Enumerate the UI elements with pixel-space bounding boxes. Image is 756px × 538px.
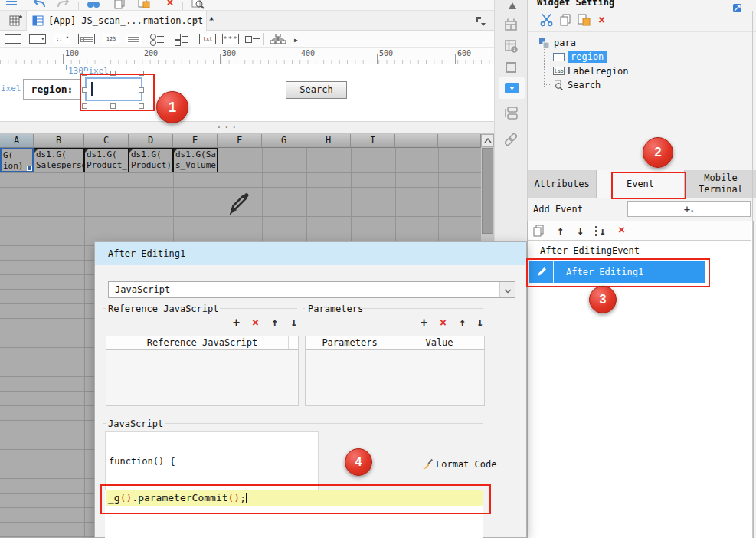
document-tab-bar: [App] JS_scan_...rmation.cpt * × [0, 11, 494, 31]
format-code-brush-icon[interactable] [421, 458, 434, 473]
cut-icon[interactable] [540, 13, 553, 30]
tree-node-search[interactable]: Search [568, 80, 601, 90]
cell-d1[interactable]: ds1.G(Product) [129, 148, 173, 172]
pane-splitter[interactable]: ··· [0, 121, 494, 134]
column-header-f[interactable]: F [218, 134, 262, 148]
tab-close-icon[interactable]: × [192, 15, 198, 25]
calendar-widget-icon[interactable] [78, 34, 95, 44]
cell-e1[interactable]: ds1.G(Sales_Volume) [173, 148, 218, 172]
move-down-icon[interactable]: ↓ [577, 225, 584, 237]
data-info-pane-icon[interactable] [503, 38, 519, 54]
pointer-tool-icon[interactable] [508, 0, 517, 12]
redo-icon[interactable] [55, 0, 70, 10]
event-language-select[interactable]: JavaScript [108, 281, 515, 298]
ruler-label: 200 [144, 50, 158, 57]
parameters-down-icon[interactable]: ↓ [476, 317, 483, 329]
ruler-label: 300 [222, 50, 236, 57]
cell-c1[interactable]: ds1.G(Product_ [84, 148, 129, 172]
combocheck-widget-icon[interactable]: ::▾ [54, 34, 70, 44]
undo-icon[interactable] [32, 0, 47, 10]
textarea-widget-icon[interactable] [126, 34, 142, 44]
number-widget-icon[interactable]: 123 [103, 34, 119, 44]
new-report-icon[interactable] [9, 15, 22, 30]
radio-group-widget-icon[interactable] [150, 34, 167, 44]
column-header-e[interactable]: E [173, 134, 218, 148]
delete-icon[interactable]: × [162, 0, 178, 10]
menu-icon[interactable] [5, 0, 20, 10]
parameters-add-icon[interactable]: + [421, 317, 427, 329]
cell-b1[interactable]: ds1.G(Salesperson [34, 148, 84, 172]
border-pane-icon[interactable] [503, 60, 519, 75]
ruler-label: 400 [301, 50, 315, 57]
add-event-button[interactable]: +▾ [627, 201, 751, 217]
paste-widget-icon[interactable] [578, 14, 591, 29]
search-node-icon [554, 79, 564, 93]
hyperlink-pane-icon[interactable] [503, 132, 519, 147]
password-widget-icon[interactable]: *** [222, 34, 239, 44]
dropdown-widget-icon[interactable]: ▾ [29, 34, 46, 44]
template-pane-icon[interactable] [503, 17, 519, 32]
tree-node-region-selected[interactable]: region [568, 51, 607, 63]
paste-icon[interactable] [136, 0, 152, 10]
components-pane-icon[interactable] [503, 106, 519, 121]
tree-node-labelregion[interactable]: Labelregion [568, 66, 628, 77]
toolbar-expand-icon[interactable]: ▶ [294, 35, 298, 46]
format-code-label[interactable]: Format Code [436, 459, 496, 470]
column-header-h[interactable]: H [306, 134, 351, 148]
checkbox-widget-icon[interactable] [245, 34, 262, 44]
ruler-label: 600 [457, 50, 471, 57]
copy-event-icon[interactable] [532, 225, 545, 240]
copy-widget-icon[interactable] [559, 14, 571, 29]
column-header-c[interactable]: C [84, 134, 129, 148]
js-editor-header-area[interactable]: function() { [105, 431, 319, 493]
label-widget-icon[interactable]: txt [199, 34, 216, 44]
annotation-badge-1: 1 [156, 91, 188, 123]
column-header-b[interactable]: B [34, 134, 84, 148]
reference-js-table[interactable]: Reference JavaScript [106, 336, 299, 406]
annotation-box-3 [526, 258, 710, 287]
reference-delete-icon[interactable]: × [252, 317, 259, 329]
textfield-node-icon [553, 53, 565, 61]
reference-up-icon[interactable]: ↑ [271, 317, 278, 329]
cell-fill-handle[interactable] [27, 166, 32, 171]
panel-title: Widget Setting [537, 0, 614, 8]
tree-widget-icon[interactable] [270, 34, 286, 44]
tab-mobile-terminal[interactable]: Mobile Terminal [685, 170, 756, 198]
find-icon[interactable] [86, 0, 101, 10]
grid-scrollbar-thumb[interactable] [482, 148, 493, 234]
column-header-g[interactable]: G [262, 134, 306, 148]
checkbox-group-widget-icon[interactable] [175, 34, 191, 44]
annotation-badge-4: 4 [345, 448, 372, 476]
parameters-delete-icon[interactable]: × [440, 317, 447, 329]
column-header-d[interactable]: D [129, 134, 173, 148]
scroll-up-button[interactable] [481, 134, 494, 147]
column-header-k[interactable] [438, 134, 481, 148]
tab-overflow-icon[interactable] [475, 15, 487, 30]
ruler-label: 100 [65, 50, 79, 57]
tab-attributes[interactable]: Attributes [528, 170, 597, 198]
tree-node-para[interactable]: para [554, 38, 576, 48]
tab-active-report[interactable]: [App] JS_scan_...rmation.cpt * × [26, 11, 207, 31]
parameters-up-icon[interactable]: ↑ [459, 317, 466, 329]
region-label-widget[interactable]: region: [23, 79, 81, 100]
annotation-badge-3: 3 [589, 286, 617, 313]
column-header-a[interactable]: A [0, 134, 34, 148]
zoom-document-icon[interactable] [190, 0, 205, 10]
after-editing-dialog: After Editing1 JavaScript Reference Java… [94, 241, 527, 538]
copy-icon[interactable] [112, 0, 127, 10]
panel-pin-icon[interactable] [733, 1, 741, 15]
reference-add-icon[interactable]: + [233, 317, 240, 329]
textfield-widget-icon[interactable] [5, 34, 21, 44]
delete-event-icon[interactable]: × [618, 224, 625, 236]
parameters-table[interactable]: Parameters Value [305, 336, 485, 406]
delete-widget-icon[interactable]: × [598, 14, 605, 26]
annotation-box-2 [611, 172, 686, 199]
column-header-i[interactable]: I [351, 134, 395, 148]
dialog-title-bar[interactable]: After Editing1 [95, 242, 526, 265]
column-header-j[interactable] [395, 134, 438, 148]
reference-down-icon[interactable]: ↓ [290, 317, 297, 329]
cell-a1-selected[interactable]: G(ion) [0, 148, 34, 172]
move-up-icon[interactable]: ↑ [557, 225, 564, 237]
search-button-widget[interactable]: Search [286, 81, 347, 99]
parameter-pane-selected[interactable] [499, 77, 525, 99]
